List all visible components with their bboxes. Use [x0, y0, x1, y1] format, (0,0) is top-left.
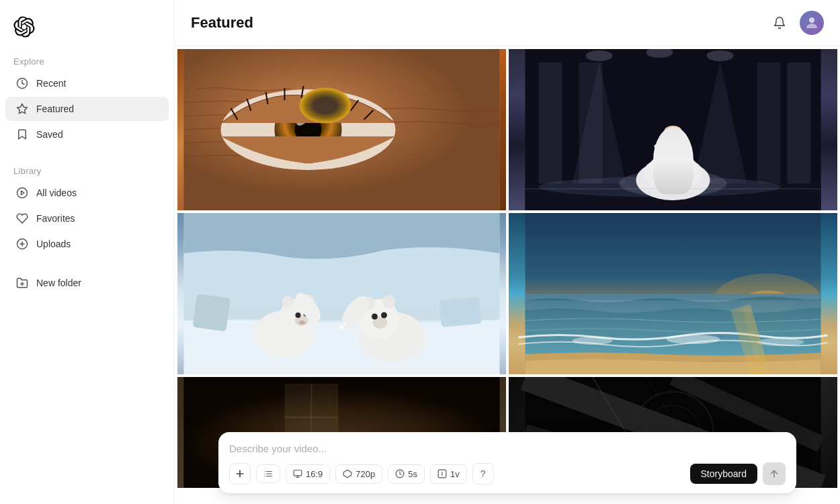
send-button[interactable]: [763, 462, 786, 485]
upload-icon: [16, 238, 28, 250]
bookmark-icon: [16, 128, 28, 140]
folder-plus-icon: [16, 277, 28, 289]
svg-rect-39: [667, 143, 680, 170]
svg-line-42: [657, 146, 667, 153]
svg-point-38: [650, 153, 697, 180]
svg-point-2: [17, 188, 28, 198]
svg-point-32: [707, 50, 734, 61]
saved-label: Saved: [36, 129, 63, 140]
aspect-ratio-button[interactable]: 16:9: [286, 464, 330, 484]
video-card-bears[interactable]: [177, 213, 506, 374]
all-videos-label: All videos: [36, 187, 77, 198]
svg-rect-99: [294, 470, 302, 476]
avatar-icon: [804, 15, 820, 31]
resolution-label: 720p: [355, 469, 375, 479]
svg-marker-1: [17, 104, 28, 114]
svg-point-41: [665, 126, 682, 136]
heart-icon: [16, 212, 28, 224]
star-icon: [16, 103, 28, 115]
recent-label: Recent: [36, 78, 66, 89]
app-logo[interactable]: [0, 11, 174, 51]
notification-button[interactable]: [767, 11, 792, 35]
bottom-input-bar: 16:9 720p 5s: [218, 432, 796, 493]
sidebar-item-all-videos[interactable]: All videos: [5, 181, 169, 205]
featured-label: Featured: [36, 103, 74, 114]
avatar[interactable]: [800, 11, 824, 35]
svg-point-40: [665, 127, 681, 146]
svg-line-21: [319, 88, 323, 100]
clock-small-icon: [395, 469, 405, 478]
section-divider-2: [0, 257, 174, 270]
sidebar: Explore Recent Featured Saved Library: [0, 0, 175, 504]
video-card-eye[interactable]: [177, 49, 506, 210]
svg-marker-3: [22, 191, 25, 195]
duration-label: 5s: [408, 469, 417, 479]
help-label: ?: [480, 468, 486, 479]
svg-line-43: [680, 146, 688, 153]
svg-marker-102: [343, 470, 351, 478]
clock-icon: [16, 77, 28, 89]
svg-point-30: [586, 50, 613, 61]
svg-point-63: [372, 314, 378, 320]
duration-button[interactable]: 5s: [388, 464, 425, 484]
page-title: Featured: [191, 14, 253, 32]
svg-point-66: [340, 325, 344, 329]
sidebar-item-featured[interactable]: Featured: [5, 97, 169, 121]
aspect-ratio-label: 16:9: [306, 469, 323, 479]
top-header: Featured: [175, 0, 840, 46]
svg-point-61: [382, 295, 396, 308]
main-area: Featured: [175, 0, 840, 504]
svg-point-9: [809, 17, 814, 23]
svg-point-76: [757, 338, 804, 346]
version-button[interactable]: 1v: [430, 464, 467, 484]
favorites-label: Favorites: [36, 213, 75, 224]
sidebar-item-uploads[interactable]: Uploads: [5, 232, 169, 256]
new-folder-label: New folder: [36, 278, 81, 288]
add-button[interactable]: [229, 463, 251, 485]
video-card-ocean[interactable]: [509, 213, 837, 374]
version-label: 1v: [450, 469, 460, 479]
svg-point-75: [667, 335, 720, 344]
explore-label: Explore: [0, 51, 174, 71]
list-icon: [263, 469, 273, 478]
help-button[interactable]: ?: [472, 463, 494, 485]
bell-icon: [773, 16, 786, 30]
svg-point-56: [299, 321, 306, 325]
sidebar-item-recent[interactable]: Recent: [5, 71, 169, 95]
svg-rect-68: [439, 297, 482, 327]
svg-line-22: [335, 93, 341, 104]
sidebar-item-new-folder[interactable]: New folder: [5, 271, 169, 295]
svg-point-35: [620, 170, 727, 197]
svg-rect-69: [193, 294, 230, 331]
bottom-bar-controls: 16:9 720p 5s: [229, 462, 786, 485]
play-icon: [16, 187, 28, 199]
uploads-label: Uploads: [36, 239, 71, 249]
monitor-icon: [293, 469, 302, 478]
diamond-icon: [343, 469, 352, 478]
svg-point-44: [653, 188, 694, 199]
svg-point-67: [344, 323, 347, 325]
section-divider: [0, 147, 174, 161]
layers-icon: [437, 469, 447, 478]
sidebar-item-saved[interactable]: Saved: [5, 122, 169, 146]
storyboard-list-button[interactable]: [256, 464, 280, 483]
resolution-button[interactable]: 720p: [335, 464, 382, 484]
video-grid: [175, 46, 840, 491]
storyboard-button[interactable]: Storyboard: [690, 464, 757, 484]
sidebar-item-favorites[interactable]: Favorites: [5, 206, 169, 230]
plus-icon: [235, 468, 245, 479]
svg-point-64: [381, 312, 387, 319]
svg-point-74: [573, 337, 613, 345]
library-label: Library: [0, 161, 174, 180]
video-card-fashion[interactable]: [509, 49, 837, 210]
svg-point-54: [296, 312, 301, 318]
send-icon: [769, 468, 780, 479]
app-container: Explore Recent Featured Saved Library: [0, 0, 840, 504]
header-right: [767, 11, 824, 35]
svg-point-51: [282, 296, 294, 308]
video-describe-input[interactable]: [229, 443, 786, 454]
